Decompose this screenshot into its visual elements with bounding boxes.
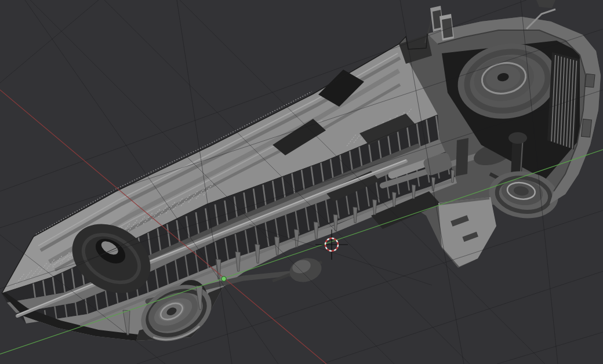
cowl-vent-lower xyxy=(581,119,591,137)
object-origin-dot xyxy=(221,276,226,281)
cowl-vent-upper xyxy=(585,74,595,87)
3d-viewport[interactable] xyxy=(0,0,603,364)
kingpin xyxy=(508,132,527,144)
viewport-canvas[interactable] xyxy=(0,0,603,364)
